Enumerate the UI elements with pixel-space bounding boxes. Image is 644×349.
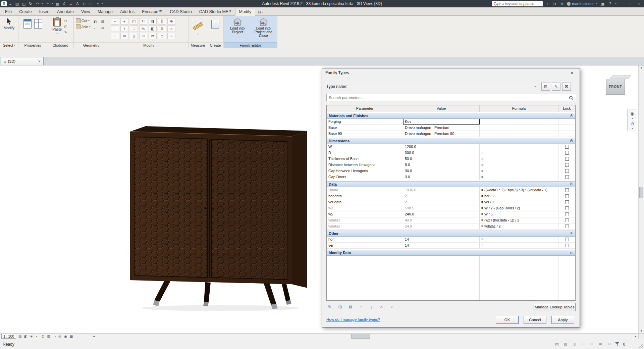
- move-parameter-up-button[interactable]: ↑: [357, 303, 365, 311]
- undo-icon[interactable]: ↶: [34, 1, 40, 6]
- search-go-icon[interactable]: ⌖: [544, 1, 550, 6]
- collapse-section-icon[interactable]: [569, 140, 573, 142]
- parameter-formula[interactable]: =: [480, 144, 558, 150]
- panel-label-measure[interactable]: Measure: [189, 42, 207, 48]
- delete-type-button[interactable]: ⊠: [562, 83, 571, 91]
- ribbon-tab-insert[interactable]: Insert: [36, 8, 53, 15]
- split-icon[interactable]: /: [120, 26, 128, 32]
- extend-icon[interactable]: ⊢: [111, 33, 119, 39]
- copy-icon[interactable]: ◫: [130, 18, 138, 24]
- parameter-value[interactable]: 30.0: [403, 168, 480, 174]
- viewcube[interactable]: FRONT: [606, 76, 628, 98]
- parameter-value[interactable]: 598.5: [403, 205, 480, 211]
- infocenter-search-input[interactable]: [492, 1, 543, 6]
- collapse-section-icon[interactable]: [569, 233, 573, 235]
- align-icon[interactable]: ⌐: [111, 18, 119, 24]
- family-types-icon[interactable]: [34, 19, 42, 29]
- parameter-formula[interactable]: = W / 2 - (Gap Doors / 2): [480, 205, 558, 211]
- vertical-scrollbar[interactable]: ▲ ▼: [638, 65, 644, 333]
- unpin-icon[interactable]: ⊖: [158, 26, 166, 32]
- wall-opening-icon[interactable]: ▯: [130, 33, 138, 39]
- wireframe-icon[interactable]: ◇: [158, 33, 166, 39]
- dialog-close-button[interactable]: ×: [567, 70, 577, 76]
- favorites-icon[interactable]: ☆: [559, 1, 565, 6]
- lock-checkbox[interactable]: [565, 188, 569, 192]
- match-type-icon[interactable]: ✎: [63, 30, 68, 35]
- cut-icon[interactable]: ✂: [63, 18, 68, 23]
- zoom-caret-icon[interactable]: ▾: [629, 127, 636, 130]
- parameter-value[interactable]: 50.0: [403, 156, 480, 162]
- redo-icon[interactable]: ↷: [44, 1, 50, 6]
- worksharing-display-icon[interactable]: ▤: [554, 342, 559, 347]
- lock-checkbox[interactable]: [565, 212, 569, 216]
- view-tab-3d[interactable]: ⌂ {3D} ×: [1, 57, 44, 65]
- reveal-hidden-elements-icon[interactable]: ◉: [63, 334, 68, 339]
- zoom-icon[interactable]: ⊙: [629, 120, 636, 127]
- panel-label-modify[interactable]: Modify: [109, 42, 189, 48]
- cancel-button[interactable]: Cancel: [524, 316, 546, 324]
- shadows-icon[interactable]: ◐: [35, 334, 40, 339]
- lock-checkbox[interactable]: [565, 151, 569, 155]
- scale-button[interactable]: 1 : 100: [1, 334, 16, 339]
- parameter-value[interactable]: 300.0: [403, 150, 480, 156]
- parameter-value[interactable]: 7: [403, 193, 480, 199]
- ribbon-state-caret-icon[interactable]: ▾: [262, 11, 263, 14]
- split-face-icon[interactable]: ⊟: [100, 19, 105, 24]
- parameter-value[interactable]: 14: [403, 237, 480, 242]
- parameter-formula[interactable]: =: [480, 125, 558, 131]
- pin-icon[interactable]: ⊕: [167, 18, 175, 24]
- create-group-icon[interactable]: [211, 20, 219, 29]
- parameter-value[interactable]: 8.0: [403, 162, 480, 168]
- section-header-other[interactable]: Other: [327, 231, 575, 237]
- parameter-formula[interactable]: =: [480, 237, 558, 242]
- panel-label-family-editor[interactable]: Family Editor: [224, 42, 277, 48]
- panel-label-select[interactable]: Select▾: [0, 42, 18, 48]
- type-name-combobox[interactable]: ▾: [350, 83, 538, 90]
- panel-label-create[interactable]: Create: [207, 42, 223, 48]
- array-icon[interactable]: ∷: [130, 26, 138, 32]
- ribbon-tab-manage[interactable]: Manage: [94, 8, 116, 15]
- username[interactable]: martin.stoder: [572, 2, 594, 6]
- save-icon[interactable]: ◫: [21, 1, 27, 6]
- load-into-project-close-button[interactable]: × Load into Project and Close: [251, 17, 276, 38]
- help-icon[interactable]: ?: [607, 1, 613, 6]
- vertical-scrollbar-thumb[interactable]: [639, 187, 643, 198]
- rotate-icon[interactable]: ↻: [139, 18, 147, 24]
- new-type-button[interactable]: ⊞: [541, 83, 550, 91]
- print-icon[interactable]: ▦: [54, 1, 60, 6]
- parameter-value[interactable]: 1200.0: [403, 144, 480, 150]
- user-caret-icon[interactable]: ▾: [595, 1, 598, 6]
- requests-icon[interactable]: ▥: [563, 342, 568, 347]
- mirror-axis-icon[interactable]: ◨: [149, 18, 157, 24]
- panel-label-geometry[interactable]: Geometry: [74, 42, 109, 48]
- panel-label-properties[interactable]: Properties: [18, 42, 47, 48]
- parameter-value[interactable]: Drevo mahagon - Premium 90: [403, 131, 480, 137]
- beam-icon[interactable]: ▭: [139, 33, 147, 39]
- trim-extend-icon[interactable]: ∟: [111, 26, 119, 32]
- select-links-toggle-icon[interactable]: ⊞: [580, 342, 586, 347]
- section-icon[interactable]: ⊟: [88, 1, 94, 6]
- crop-view-icon[interactable]: ⊡: [46, 334, 51, 339]
- thin-lines-icon[interactable]: ≈: [95, 1, 101, 6]
- temporary-hide-isolate-icon[interactable]: ◎: [57, 334, 62, 339]
- open-icon[interactable]: ▤: [14, 1, 20, 6]
- copy-clipboard-icon[interactable]: ◫: [63, 24, 68, 29]
- select-pinned-toggle-icon[interactable]: ⊕: [598, 342, 603, 347]
- parameter-formula[interactable]: = wdata1 / 2: [480, 223, 558, 229]
- parameter-value[interactable]: 3.0: [403, 174, 480, 180]
- visual-style-icon[interactable]: ◧: [23, 334, 28, 339]
- ribbon-tab-view[interactable]: View: [77, 8, 94, 15]
- sync-icon[interactable]: ↻: [28, 1, 34, 6]
- panel-label-clipboard[interactable]: Clipboard: [47, 42, 73, 48]
- apply-button[interactable]: Apply: [551, 316, 574, 324]
- viewcube-top-face[interactable]: [609, 76, 631, 79]
- more-tools-icon[interactable]: ≈: [167, 33, 175, 39]
- lock-checkbox[interactable]: [565, 244, 569, 247]
- lock-checkbox[interactable]: [565, 163, 569, 167]
- offset-icon[interactable]: ∥: [158, 18, 166, 24]
- modify-tool-button[interactable]: Modify: [4, 16, 14, 30]
- measure-qat-icon[interactable]: ∡: [61, 1, 67, 6]
- load-into-project-button[interactable]: Load into Project: [225, 17, 250, 38]
- parameter-value[interactable]: Kov: [403, 119, 480, 124]
- aligned-dimension-icon[interactable]: ↔: [68, 1, 74, 6]
